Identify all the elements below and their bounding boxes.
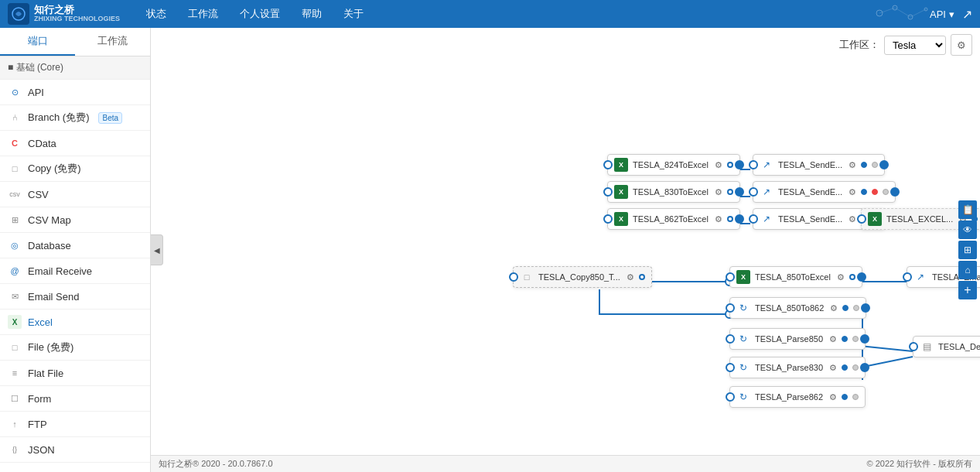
sidebar-item-csvmap[interactable]: ⊞ CSV Map bbox=[0, 207, 150, 233]
sidebar-item-file[interactable]: □ File (免费) bbox=[0, 335, 150, 361]
node-left-connector bbox=[603, 160, 613, 169]
node-settings[interactable]: ⚙ bbox=[829, 334, 837, 344]
nav-decoration bbox=[872, 2, 934, 25]
node-tesla-862toexcel[interactable]: X TESLA_862ToExcel ⚙ bbox=[607, 208, 740, 230]
copyright-label: © 2022 知行软件 - 版权所有 bbox=[867, 458, 972, 470]
nav-arrow-icon[interactable]: ↗ bbox=[962, 7, 972, 22]
node-settings[interactable]: ⚙ bbox=[627, 272, 634, 282]
node-settings[interactable]: ⚙ bbox=[715, 160, 722, 170]
node-settings[interactable]: ⚙ bbox=[829, 363, 837, 373]
sidebar-item-json[interactable]: {} JSON bbox=[0, 437, 150, 463]
node-settings[interactable]: ⚙ bbox=[715, 214, 722, 224]
node-label: TESLA_850ToExcel bbox=[755, 272, 831, 282]
email-receive-icon: @ bbox=[8, 264, 22, 278]
right-icon-view[interactable]: 👁 bbox=[958, 221, 977, 239]
node-label: TESLA_Parse850 bbox=[755, 334, 823, 344]
nav-status[interactable]: 状态 bbox=[135, 0, 177, 28]
node-tesla-parse830[interactable]: ↻ TESLA_Parse830 ⚙ bbox=[729, 357, 866, 378]
node-left-connector bbox=[726, 303, 735, 313]
tab-port[interactable]: 端口 bbox=[0, 28, 75, 56]
node-tesla-detail[interactable]: ▤ TESLA_Detail... ⚙ bbox=[913, 336, 980, 357]
right-icon-plus[interactable]: + bbox=[958, 281, 977, 299]
node-tesla-parse862[interactable]: ↻ TESLA_Parse862 ⚙ bbox=[729, 386, 866, 408]
node-right-connector bbox=[735, 160, 744, 169]
excel-node-icon: X bbox=[736, 270, 750, 284]
node-settings[interactable]: ⚙ bbox=[849, 214, 856, 224]
node-label: TESLA_824ToExcel bbox=[633, 160, 709, 169]
email-send-icon: ✉ bbox=[8, 289, 22, 303]
node-label: TESLA_Parse830 bbox=[755, 363, 823, 372]
sidebar-item-ftp[interactable]: ↑ FTP bbox=[0, 412, 150, 437]
nav-help[interactable]: 帮助 bbox=[291, 0, 333, 28]
node-tesla-copy850[interactable]: □ TESLA_Copy850_T... ⚙ bbox=[513, 266, 652, 288]
email-node-icon: ↗ bbox=[913, 270, 927, 284]
copy-node-icon: □ bbox=[520, 270, 534, 284]
sidebar-item-email-send[interactable]: ✉ Email Send bbox=[0, 284, 150, 310]
sidebar-item-branch[interactable]: ⑃ Branch (免费) Beta bbox=[0, 105, 150, 131]
csv-icon: csv bbox=[8, 187, 22, 201]
brand-text: 知行之桥 ZHIXING TECHNOLOGIES bbox=[34, 5, 120, 23]
node-settings[interactable]: ⚙ bbox=[849, 187, 856, 197]
excel-node-icon: X bbox=[614, 212, 628, 226]
nav-about[interactable]: 关于 bbox=[333, 0, 374, 28]
node-left-connector bbox=[749, 214, 758, 224]
status-bar: 知行之桥® 2020 - 20.0.7867.0 © 2022 知行软件 - 版… bbox=[151, 455, 980, 472]
sidebar-item-cdata[interactable]: C CData bbox=[0, 131, 150, 156]
nav-settings[interactable]: 个人设置 bbox=[229, 0, 291, 28]
collapse-sidebar-button[interactable]: ◀ bbox=[151, 234, 163, 265]
node-tesla-sende-2[interactable]: ↗ TESLA_SendE... ⚙ bbox=[753, 181, 896, 203]
node-status-dot2 bbox=[852, 364, 859, 371]
right-icons-panel: 📋 👁 ⊞ ⌂ + bbox=[955, 197, 980, 303]
workspace-gear-button[interactable]: ⚙ bbox=[951, 34, 972, 56]
node-left-connector bbox=[909, 342, 918, 351]
node-tesla-parse850[interactable]: ↻ TESLA_Parse850 ⚙ bbox=[729, 328, 866, 350]
beta-badge: Beta bbox=[98, 112, 122, 124]
node-right-connector bbox=[860, 334, 869, 344]
canvas-toolbar: 工作区： Tesla ⚙ bbox=[839, 34, 972, 56]
node-settings[interactable]: ⚙ bbox=[830, 303, 838, 313]
sidebar-item-api[interactable]: ⊙ API bbox=[0, 80, 150, 105]
sidebar-item-copy[interactable]: □ Copy (免费) bbox=[0, 156, 150, 182]
sidebar-item-flatfile[interactable]: ≡ Flat File bbox=[0, 361, 150, 386]
node-right-connector bbox=[735, 214, 744, 224]
node-tesla-830toexcel[interactable]: X TESLA_830ToExcel ⚙ bbox=[607, 181, 740, 203]
excel-node-icon: X bbox=[868, 212, 882, 226]
svg-line-7 bbox=[910, 9, 926, 17]
database-icon: ◎ bbox=[8, 238, 22, 252]
node-tesla-824toexcel[interactable]: X TESLA_824ToExcel ⚙ bbox=[607, 154, 740, 176]
node-settings[interactable]: ⚙ bbox=[715, 187, 722, 197]
node-tesla-850toexcel[interactable]: X TESLA_850ToExcel ⚙ bbox=[729, 266, 862, 288]
node-settings[interactable]: ⚙ bbox=[849, 160, 856, 170]
sidebar-item-email-receive[interactable]: @ Email Receive bbox=[0, 258, 150, 284]
version-label: 知行之桥® 2020 - 20.0.7867.0 bbox=[159, 458, 273, 470]
node-label: TESLA_Detail... bbox=[938, 342, 980, 351]
node-label: TESLA_862ToExcel bbox=[633, 214, 709, 224]
node-status-dot3 bbox=[883, 189, 889, 195]
node-tesla-sende-1[interactable]: ↗ TESLA_SendE... ⚙ bbox=[753, 154, 885, 176]
right-icon-copy[interactable]: 📋 bbox=[958, 200, 977, 219]
parse-node-icon: ↻ bbox=[736, 332, 750, 346]
sidebar-item-form[interactable]: ☐ Form bbox=[0, 386, 150, 412]
node-settings[interactable]: ⚙ bbox=[837, 272, 845, 282]
sidebar-item-excel[interactable]: X Excel bbox=[0, 310, 150, 335]
node-status-dot2 bbox=[872, 162, 878, 168]
workspace-select[interactable]: Tesla bbox=[884, 36, 946, 55]
node-right-connector bbox=[735, 187, 744, 197]
node-label: TESLA_EXCEL... bbox=[886, 214, 953, 224]
excel-icon: X bbox=[8, 315, 22, 329]
right-icon-home[interactable]: ⌂ bbox=[958, 261, 977, 279]
nav-workflow[interactable]: 工作流 bbox=[177, 0, 229, 28]
tab-workflow[interactable]: 工作流 bbox=[75, 28, 150, 56]
sidebar-item-csv[interactable]: csv CSV bbox=[0, 182, 150, 207]
node-status-dot bbox=[727, 216, 733, 222]
lookup-icon: ⊕ bbox=[8, 468, 22, 472]
right-icon-grid[interactable]: ⊞ bbox=[958, 241, 977, 259]
node-left-connector bbox=[857, 214, 866, 224]
node-settings[interactable]: ⚙ bbox=[829, 392, 837, 402]
sidebar-item-database[interactable]: ◎ Database bbox=[0, 233, 150, 258]
node-status-dot bbox=[861, 189, 867, 195]
email-node-icon: ↗ bbox=[760, 185, 773, 199]
brand: 知行之桥 ZHIXING TECHNOLOGIES bbox=[8, 3, 120, 25]
node-tesla-850to862[interactable]: ↻ TESLA_850To862 ⚙ bbox=[729, 297, 866, 319]
sidebar-item-lookup[interactable]: ⊕ Lookup bbox=[0, 463, 150, 472]
